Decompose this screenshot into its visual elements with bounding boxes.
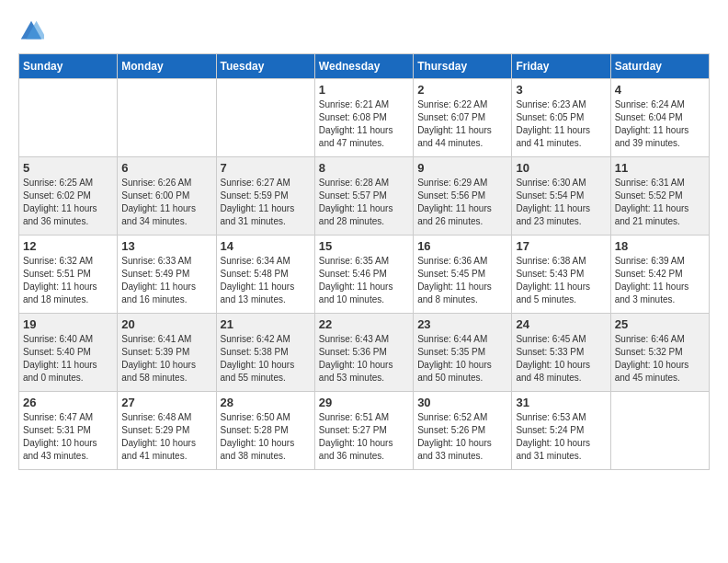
day-info: Sunrise: 6:39 AM Sunset: 5:42 PM Dayligh… (615, 255, 705, 306)
weekday-header: Saturday (610, 54, 709, 79)
weekday-header: Thursday (414, 54, 512, 79)
day-info: Sunrise: 6:25 AM Sunset: 6:02 PM Dayligh… (23, 177, 113, 228)
calendar-cell: 7Sunrise: 6:27 AM Sunset: 5:59 PM Daylig… (216, 157, 314, 236)
calendar-cell: 15Sunrise: 6:35 AM Sunset: 5:46 PM Dayli… (314, 236, 413, 314)
day-number: 2 (417, 83, 507, 97)
calendar-cell (610, 392, 709, 470)
calendar-week-row: 26Sunrise: 6:47 AM Sunset: 5:31 PM Dayli… (19, 392, 710, 470)
calendar-cell: 3Sunrise: 6:23 AM Sunset: 6:05 PM Daylig… (512, 79, 610, 157)
day-info: Sunrise: 6:53 AM Sunset: 5:24 PM Dayligh… (516, 411, 606, 463)
calendar-cell: 14Sunrise: 6:34 AM Sunset: 5:48 PM Dayli… (216, 236, 314, 314)
day-info: Sunrise: 6:41 AM Sunset: 5:39 PM Dayligh… (121, 333, 211, 385)
calendar-cell: 19Sunrise: 6:40 AM Sunset: 5:40 PM Dayli… (19, 314, 118, 392)
calendar-cell: 5Sunrise: 6:25 AM Sunset: 6:02 PM Daylig… (19, 157, 118, 236)
weekday-header: Monday (118, 54, 216, 79)
header (18, 18, 710, 44)
day-info: Sunrise: 6:27 AM Sunset: 5:59 PM Dayligh… (221, 177, 311, 228)
calendar-week-row: 5Sunrise: 6:25 AM Sunset: 6:02 PM Daylig… (19, 157, 710, 236)
day-info: Sunrise: 6:44 AM Sunset: 5:35 PM Dayligh… (417, 333, 507, 385)
day-info: Sunrise: 6:30 AM Sunset: 5:54 PM Dayligh… (516, 177, 606, 228)
day-info: Sunrise: 6:24 AM Sunset: 6:04 PM Dayligh… (615, 98, 705, 150)
day-info: Sunrise: 6:36 AM Sunset: 5:45 PM Dayligh… (417, 255, 507, 306)
day-number: 26 (23, 396, 113, 409)
calendar-cell: 8Sunrise: 6:28 AM Sunset: 5:57 PM Daylig… (314, 157, 413, 236)
day-number: 4 (615, 83, 705, 97)
day-info: Sunrise: 6:42 AM Sunset: 5:38 PM Dayligh… (221, 333, 311, 385)
day-number: 24 (516, 317, 606, 331)
calendar-cell: 11Sunrise: 6:31 AM Sunset: 5:52 PM Dayli… (610, 157, 709, 236)
day-number: 20 (121, 317, 211, 331)
calendar-cell: 29Sunrise: 6:51 AM Sunset: 5:27 PM Dayli… (314, 392, 413, 470)
calendar-cell: 6Sunrise: 6:26 AM Sunset: 6:00 PM Daylig… (118, 157, 216, 236)
day-number: 28 (221, 396, 311, 409)
calendar-cell: 13Sunrise: 6:33 AM Sunset: 5:49 PM Dayli… (118, 236, 216, 314)
calendar-cell: 4Sunrise: 6:24 AM Sunset: 6:04 PM Daylig… (610, 79, 709, 157)
day-info: Sunrise: 6:51 AM Sunset: 5:27 PM Dayligh… (319, 411, 409, 463)
day-number: 18 (615, 239, 705, 253)
day-info: Sunrise: 6:23 AM Sunset: 6:05 PM Dayligh… (516, 98, 606, 150)
day-number: 3 (516, 83, 606, 97)
day-info: Sunrise: 6:38 AM Sunset: 5:43 PM Dayligh… (516, 255, 606, 306)
day-info: Sunrise: 6:32 AM Sunset: 5:51 PM Dayligh… (23, 255, 113, 306)
calendar-week-row: 1Sunrise: 6:21 AM Sunset: 6:08 PM Daylig… (19, 79, 710, 157)
day-info: Sunrise: 6:45 AM Sunset: 5:33 PM Dayligh… (516, 333, 606, 385)
calendar-cell: 16Sunrise: 6:36 AM Sunset: 5:45 PM Dayli… (414, 236, 512, 314)
day-number: 23 (417, 317, 507, 331)
day-info: Sunrise: 6:34 AM Sunset: 5:48 PM Dayligh… (221, 255, 311, 306)
day-info: Sunrise: 6:46 AM Sunset: 5:32 PM Dayligh… (615, 333, 705, 385)
day-number: 21 (221, 317, 311, 331)
calendar-cell: 21Sunrise: 6:42 AM Sunset: 5:38 PM Dayli… (216, 314, 314, 392)
day-number: 6 (121, 161, 211, 175)
day-info: Sunrise: 6:52 AM Sunset: 5:26 PM Dayligh… (417, 411, 507, 463)
day-number: 22 (319, 317, 409, 331)
calendar-cell: 30Sunrise: 6:52 AM Sunset: 5:26 PM Dayli… (414, 392, 512, 470)
calendar-cell: 26Sunrise: 6:47 AM Sunset: 5:31 PM Dayli… (19, 392, 118, 470)
day-info: Sunrise: 6:48 AM Sunset: 5:29 PM Dayligh… (121, 411, 211, 463)
calendar-cell (216, 79, 314, 157)
day-number: 5 (23, 161, 113, 175)
logo-icon (18, 18, 44, 44)
calendar-container: SundayMondayTuesdayWednesdayThursdayFrid… (0, 0, 728, 479)
day-number: 11 (615, 161, 705, 175)
calendar-cell: 12Sunrise: 6:32 AM Sunset: 5:51 PM Dayli… (19, 236, 118, 314)
day-number: 31 (516, 396, 606, 409)
weekday-header: Wednesday (314, 54, 413, 79)
day-info: Sunrise: 6:31 AM Sunset: 5:52 PM Dayligh… (615, 177, 705, 228)
calendar-cell: 9Sunrise: 6:29 AM Sunset: 5:56 PM Daylig… (414, 157, 512, 236)
day-number: 12 (23, 239, 113, 253)
calendar-cell: 23Sunrise: 6:44 AM Sunset: 5:35 PM Dayli… (414, 314, 512, 392)
calendar-cell: 27Sunrise: 6:48 AM Sunset: 5:29 PM Dayli… (118, 392, 216, 470)
weekday-header-row: SundayMondayTuesdayWednesdayThursdayFrid… (19, 54, 710, 79)
day-info: Sunrise: 6:40 AM Sunset: 5:40 PM Dayligh… (23, 333, 113, 385)
calendar-cell: 22Sunrise: 6:43 AM Sunset: 5:36 PM Dayli… (314, 314, 413, 392)
weekday-header: Friday (512, 54, 610, 79)
logo (18, 18, 46, 44)
day-number: 29 (319, 396, 409, 409)
day-info: Sunrise: 6:28 AM Sunset: 5:57 PM Dayligh… (319, 177, 409, 228)
calendar-cell: 17Sunrise: 6:38 AM Sunset: 5:43 PM Dayli… (512, 236, 610, 314)
weekday-header: Tuesday (216, 54, 314, 79)
calendar-cell: 25Sunrise: 6:46 AM Sunset: 5:32 PM Dayli… (610, 314, 709, 392)
day-number: 13 (121, 239, 211, 253)
calendar-week-row: 19Sunrise: 6:40 AM Sunset: 5:40 PM Dayli… (19, 314, 710, 392)
day-number: 17 (516, 239, 606, 253)
day-number: 16 (417, 239, 507, 253)
day-info: Sunrise: 6:26 AM Sunset: 6:00 PM Dayligh… (121, 177, 211, 228)
calendar-cell: 31Sunrise: 6:53 AM Sunset: 5:24 PM Dayli… (512, 392, 610, 470)
calendar-cell: 10Sunrise: 6:30 AM Sunset: 5:54 PM Dayli… (512, 157, 610, 236)
calendar-cell: 24Sunrise: 6:45 AM Sunset: 5:33 PM Dayli… (512, 314, 610, 392)
day-info: Sunrise: 6:33 AM Sunset: 5:49 PM Dayligh… (121, 255, 211, 306)
calendar-cell: 1Sunrise: 6:21 AM Sunset: 6:08 PM Daylig… (314, 79, 413, 157)
day-number: 25 (615, 317, 705, 331)
calendar-cell: 2Sunrise: 6:22 AM Sunset: 6:07 PM Daylig… (414, 79, 512, 157)
weekday-header: Sunday (19, 54, 118, 79)
calendar-cell (118, 79, 216, 157)
day-info: Sunrise: 6:22 AM Sunset: 6:07 PM Dayligh… (417, 98, 507, 150)
day-number: 8 (319, 161, 409, 175)
calendar-cell: 20Sunrise: 6:41 AM Sunset: 5:39 PM Dayli… (118, 314, 216, 392)
day-info: Sunrise: 6:21 AM Sunset: 6:08 PM Dayligh… (319, 98, 409, 150)
day-info: Sunrise: 6:47 AM Sunset: 5:31 PM Dayligh… (23, 411, 113, 463)
day-number: 1 (319, 83, 409, 97)
calendar-cell: 28Sunrise: 6:50 AM Sunset: 5:28 PM Dayli… (216, 392, 314, 470)
calendar-table: SundayMondayTuesdayWednesdayThursdayFrid… (18, 53, 710, 470)
